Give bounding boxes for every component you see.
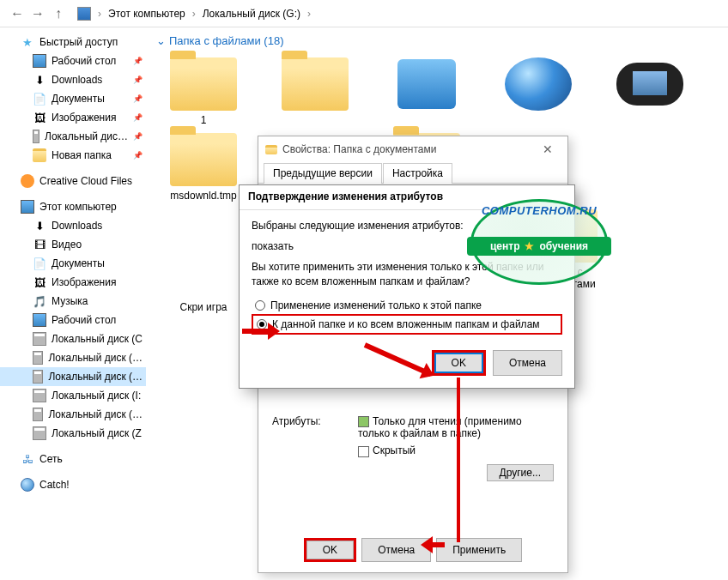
tab-previous-versions[interactable]: Предыдущие версии: [264, 163, 382, 184]
checkbox-icon: [358, 416, 369, 427]
group-header[interactable]: ⌄Папка с файлами (18): [156, 34, 718, 47]
confirm-title: Подтверждение изменения атрибутов: [240, 185, 574, 210]
annotation-arrow: [424, 542, 445, 547]
sidebar-drive-i[interactable]: Локальный диск (I:: [0, 386, 146, 405]
drive-icon: [33, 426, 46, 440]
desktop-icon: [33, 54, 46, 68]
annotation-arrow: [242, 329, 276, 334]
cc-icon: [21, 174, 34, 188]
folder-item[interactable]: Скри игра: [156, 298, 251, 313]
dialog-title: Свойства: Папка с документами: [282, 143, 436, 155]
confirm-text: Вы хотите применить эти изменения только…: [252, 260, 562, 287]
confirm-changes: показать: [252, 239, 562, 253]
sidebar-documents[interactable]: 📄Документы📌: [0, 89, 146, 108]
folder-icon: [170, 133, 237, 186]
drive-icon: [33, 351, 43, 365]
folder-icon: [170, 57, 237, 111]
sidebar-pictures2[interactable]: 🖼Изображения: [0, 273, 146, 292]
folder-item[interactable]: [379, 57, 474, 126]
checkbox-icon: [358, 446, 369, 457]
tabs: Предыдущие версии Настройка: [258, 162, 567, 184]
documents-icon: 📄: [33, 257, 46, 270]
sidebar-videos[interactable]: 🎞Видео: [0, 235, 146, 254]
videos-icon: 🎞: [33, 238, 46, 251]
pc-icon: [21, 200, 34, 214]
breadcrumb-item[interactable]: Этот компьютер: [108, 8, 185, 20]
props-ok-button[interactable]: OK: [306, 541, 354, 559]
custom-folder-icon: [393, 57, 460, 111]
sidebar-pictures[interactable]: 🖼Изображения📌: [0, 108, 146, 127]
breadcrumb[interactable]: › Этот компьютер › Локальный диск (G:) ›: [77, 7, 314, 21]
sidebar-catch[interactable]: Catch!: [0, 475, 146, 494]
back-button[interactable]: ←: [7, 3, 27, 24]
forward-button[interactable]: →: [27, 3, 48, 24]
pin-icon: 📌: [133, 132, 143, 141]
sidebar-local-disk[interactable]: Локальный дис…📌: [0, 127, 146, 146]
pin-icon: 📌: [133, 76, 143, 84]
pictures-icon: 🖼: [33, 275, 46, 289]
sidebar-network[interactable]: 🖧Сеть: [0, 450, 146, 468]
radio-icon: [255, 300, 265, 311]
pin-icon: 📌: [133, 94, 143, 103]
confirm-dialog: Подтверждение изменения атрибутов Выбран…: [239, 184, 575, 389]
sidebar-downloads2[interactable]: ⬇Downloads: [0, 216, 146, 235]
sidebar-drive-c[interactable]: Локальный диск (C: [0, 329, 146, 348]
sidebar-desktop[interactable]: Рабочий стол📌: [0, 51, 146, 70]
sidebar-drive-z[interactable]: Локальный диск (Z: [0, 424, 146, 443]
downloads-icon: ⬇: [33, 73, 46, 87]
readonly-checkbox-row[interactable]: Только для чтения (применимо только к фа…: [358, 415, 554, 439]
quick-access[interactable]: ★Быстрый доступ: [0, 33, 146, 51]
star-icon: ★: [21, 35, 34, 49]
up-button[interactable]: ↑: [48, 3, 69, 24]
sidebar-desktop2[interactable]: Рабочий стол: [0, 311, 146, 329]
annotation-line: [457, 378, 460, 542]
props-apply-button[interactable]: Применить: [436, 538, 522, 562]
pc-icon: [77, 7, 91, 21]
sidebar-drive-d[interactable]: Локальный диск (…: [0, 348, 146, 367]
address-bar: ← → ↑ › Этот компьютер › Локальный диск …: [0, 0, 728, 27]
sidebar-creative-cloud[interactable]: Creative Cloud Files: [0, 172, 146, 190]
confirm-text: Выбраны следующие изменения атрибутов:: [252, 219, 562, 233]
highlight-box: OK: [304, 538, 356, 562]
sidebar-new-folder[interactable]: Новая папка📌: [0, 146, 146, 165]
sidebar-downloads[interactable]: ⬇Downloads📌: [0, 70, 146, 89]
sidebar-this-pc[interactable]: Этот компьютер: [0, 197, 146, 216]
pin-icon: 📌: [133, 113, 143, 122]
breadcrumb-item[interactable]: Локальный диск (G:): [203, 8, 300, 20]
documents-icon: 📄: [33, 92, 46, 106]
folder-item[interactable]: 1: [156, 57, 251, 126]
drive-icon: [33, 389, 46, 402]
confirm-cancel-button[interactable]: Отмена: [493, 350, 562, 376]
pictures-icon: 🖼: [33, 111, 46, 124]
close-button[interactable]: ✕: [535, 142, 561, 156]
folder-icon: [265, 145, 277, 154]
sidebar-music[interactable]: 🎵Музыка: [0, 292, 146, 311]
pin-icon: 📌: [133, 57, 143, 65]
folder-item[interactable]: msdownld.tmp: [156, 133, 251, 202]
sidebar-documents2[interactable]: 📄Документы: [0, 254, 146, 273]
folder-item[interactable]: [268, 57, 362, 126]
navigation-pane: ★Быстрый доступ Рабочий стол📌 ⬇Downloads…: [0, 27, 146, 580]
desktop-icon: [33, 313, 46, 327]
radio-icon: [257, 319, 267, 329]
sidebar-drive-g[interactable]: Локальный диск (…: [0, 367, 146, 386]
folder-item[interactable]: [491, 57, 585, 126]
hidden-checkbox-row[interactable]: Скрытый: [358, 444, 554, 456]
downloads-icon: ⬇: [33, 219, 46, 233]
tab-settings[interactable]: Настройка: [383, 163, 452, 184]
sidebar-drive-j[interactable]: Локальный диск (…: [0, 405, 146, 424]
radio-folder-and-contents[interactable]: К данной папке и ко всем вложенным папка…: [252, 314, 562, 335]
pin-icon: 📌: [133, 151, 143, 160]
custom-folder-icon: [616, 57, 683, 111]
folder-item[interactable]: [603, 57, 697, 126]
network-icon: 🖧: [21, 452, 34, 466]
music-icon: 🎵: [33, 294, 46, 308]
custom-folder-icon: [505, 57, 572, 111]
other-button[interactable]: Другие...: [487, 464, 554, 481]
catch-icon: [21, 478, 34, 492]
drive-icon: [33, 408, 43, 421]
drive-icon: [33, 130, 39, 143]
dialog-titlebar[interactable]: Свойства: Папка с документами ✕: [258, 136, 567, 162]
radio-this-folder-only[interactable]: Применение изменений только к этой папке: [252, 297, 562, 314]
drive-icon: [33, 370, 43, 384]
